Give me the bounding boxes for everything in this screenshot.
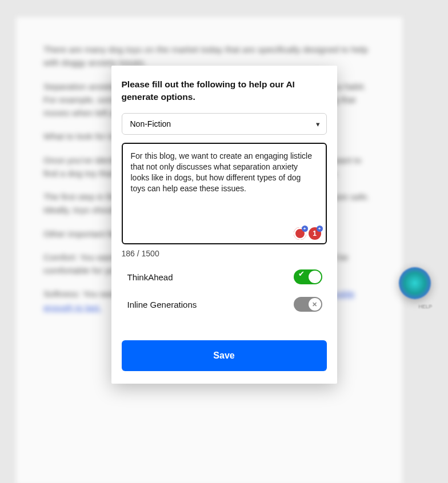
toggle-knob: ✕ (309, 298, 321, 311)
check-icon: ✔ (298, 269, 305, 278)
count-badge-value: 1 (313, 230, 317, 238)
toggle-row-inline: Inline Generations ✕ (122, 297, 327, 312)
char-count: 186 / 1500 (122, 249, 327, 258)
thinkahead-toggle[interactable]: ✔ (294, 269, 322, 284)
modal-title: Please fill out the following to help ou… (122, 78, 327, 103)
modal-overlay: Please fill out the following to help ou… (0, 0, 448, 483)
inline-gen-toggle[interactable]: ✕ (294, 297, 322, 312)
thinkahead-label: ThinkAhead (127, 272, 173, 282)
save-button[interactable]: Save (122, 340, 327, 371)
inline-gen-label: Inline Generations (127, 300, 197, 309)
textarea-badges: + 1 + (294, 227, 321, 240)
toggle-knob (309, 271, 321, 283)
ai-settings-modal: Please fill out the following to help ou… (111, 66, 337, 384)
prompt-textarea-wrap: + 1 + (122, 143, 327, 247)
target-icon[interactable]: + (294, 227, 306, 240)
plus-icon: + (302, 226, 308, 232)
genre-select-wrap: Non-Fiction ▾ (122, 113, 327, 135)
genre-select[interactable]: Non-Fiction (122, 113, 327, 135)
toggle-row-thinkahead: ThinkAhead ✔ (122, 269, 327, 284)
plus-icon: + (317, 226, 323, 232)
count-badge[interactable]: 1 + (309, 227, 321, 240)
